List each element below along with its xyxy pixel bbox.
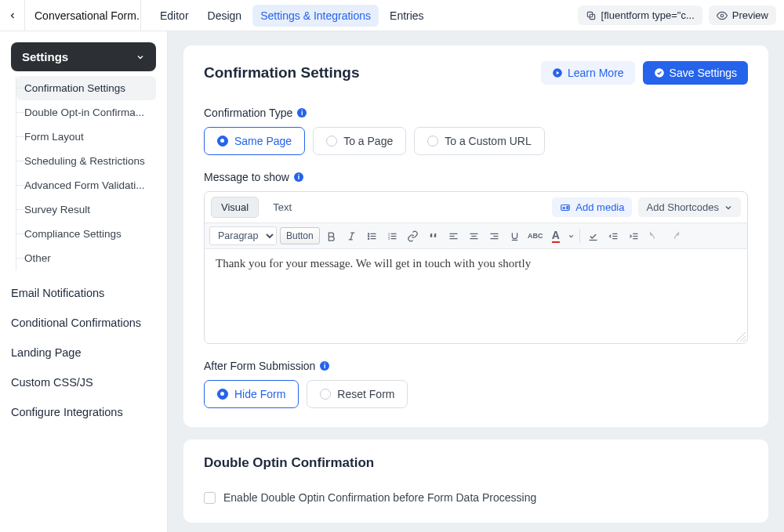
message-to-show-label: Message to show i (204, 171, 748, 183)
undo-icon[interactable] (646, 227, 663, 244)
text-color-icon[interactable]: A (547, 227, 564, 244)
nav-conditional-confirmations[interactable]: Conditional Confirmations (11, 308, 156, 338)
card-confirmation-settings: Confirmation Settings Learn More Save Se… (183, 45, 768, 427)
sidebar-item-scheduling[interactable]: Scheduling & Restrictions (16, 149, 156, 173)
link-icon[interactable] (405, 227, 422, 244)
after-submission-options: Hide Form Reset Form (204, 380, 748, 408)
strikethrough-icon[interactable]: ABC (527, 227, 544, 244)
play-circle-icon (552, 67, 563, 78)
italic-icon[interactable] (343, 227, 361, 244)
option-same-page[interactable]: Same Page (204, 127, 305, 155)
sidebar-item-confirmation-settings[interactable]: Confirmation Settings (16, 76, 156, 100)
form-name[interactable]: Conversational Form... (25, 0, 141, 31)
radio-icon (217, 136, 228, 147)
quote-icon[interactable] (425, 227, 442, 244)
save-settings-label: Save Settings (670, 67, 737, 79)
nav-custom-css-js[interactable]: Custom CSS/JS (11, 367, 156, 397)
top-bar: Conversational Form... Editor Design Set… (0, 0, 784, 31)
main-tabs: Editor Design Settings & Integrations En… (152, 5, 432, 27)
sidebar-item-form-layout[interactable]: Form Layout (16, 125, 156, 149)
rich-text-editor: Visual Text Add media Add Shortcodes (204, 191, 748, 344)
shortcode-text: [fluentform type="c... (601, 9, 695, 21)
sidebar-item-survey-result[interactable]: Survey Result (16, 197, 156, 222)
toolbar-divider (579, 229, 580, 243)
editor-content[interactable]: Thank you for your message. We will get … (205, 249, 747, 343)
copy-icon (586, 10, 597, 21)
radio-icon (427, 136, 438, 147)
outdent-icon[interactable] (605, 227, 622, 244)
page-title: Confirmation Settings (204, 64, 359, 81)
add-shortcodes-label: Add Shortcodes (646, 201, 719, 213)
redo-icon[interactable] (666, 227, 684, 244)
align-left-icon[interactable] (445, 227, 463, 244)
info-icon[interactable]: i (297, 108, 307, 118)
back-button[interactable] (0, 0, 25, 31)
clear-formatting-icon[interactable] (585, 227, 602, 244)
option-reset-form[interactable]: Reset Form (307, 380, 408, 408)
numbered-list-icon[interactable]: 123 (384, 227, 401, 244)
nav-email-notifications[interactable]: Email Notifications (11, 278, 156, 308)
sidebar-item-double-optin[interactable]: Double Opt-in Confirma... (16, 100, 156, 125)
resize-handle-icon[interactable] (736, 332, 746, 342)
svg-point-2 (720, 14, 724, 17)
option-hide-form[interactable]: Hide Form (204, 380, 299, 408)
editor-text: Thank you for your message. We will get … (216, 257, 531, 270)
message-label-text: Message to show (204, 171, 289, 183)
add-shortcodes-button[interactable]: Add Shortcodes (638, 197, 741, 217)
shortcode-chip[interactable]: [fluentform type="c... (578, 5, 702, 25)
checkbox-icon (204, 492, 216, 504)
toolbar-button-insert-button[interactable]: Button (280, 227, 320, 244)
svg-point-12 (368, 235, 369, 236)
preview-button[interactable]: Preview (709, 5, 776, 25)
nav-landing-page[interactable]: Landing Page (11, 338, 156, 367)
chevron-down-icon (136, 52, 145, 62)
chevron-left-icon (8, 11, 17, 20)
indent-icon[interactable] (626, 227, 643, 244)
preview-label: Preview (732, 9, 768, 21)
main-panel: Confirmation Settings Learn More Save Se… (168, 31, 784, 532)
nav-configure-integrations[interactable]: Configure Integrations (11, 397, 156, 427)
svg-point-11 (368, 233, 369, 233)
learn-more-button[interactable]: Learn More (541, 61, 635, 85)
editor-tab-visual[interactable]: Visual (211, 197, 259, 218)
media-icon (560, 202, 571, 213)
radio-icon (326, 136, 337, 147)
chevron-down-icon[interactable] (568, 233, 575, 240)
format-select[interactable]: Paragraph (209, 226, 277, 245)
sidebar-tree: Confirmation Settings Double Opt-in Conf… (16, 76, 156, 270)
add-media-button[interactable]: Add media (552, 197, 632, 217)
tab-design[interactable]: Design (200, 5, 250, 27)
align-center-icon[interactable] (466, 227, 483, 244)
sidebar-item-compliance[interactable]: Compliance Settings (16, 222, 156, 246)
svg-text:3: 3 (388, 237, 390, 240)
checkbox-label: Enable Double Optin Confirmation before … (223, 491, 536, 504)
tab-entries[interactable]: Entries (382, 5, 432, 27)
sidebar-item-other[interactable]: Other (16, 246, 156, 270)
sidebar-item-advanced-validation[interactable]: Advanced Form Validati... (16, 173, 156, 197)
underline-icon[interactable] (506, 227, 524, 244)
option-label: Same Page (234, 135, 292, 147)
enable-double-optin-checkbox[interactable]: Enable Double Optin Confirmation before … (204, 491, 748, 504)
sidebar-group-settings[interactable]: Settings (11, 42, 156, 71)
radio-icon (217, 389, 228, 400)
option-to-a-page[interactable]: To a Page (313, 127, 406, 155)
learn-more-label: Learn More (568, 67, 624, 79)
after-submission-label: After Form Submission i (204, 360, 748, 372)
tab-settings-integrations[interactable]: Settings & Integrations (252, 5, 379, 27)
svg-line-8 (350, 233, 353, 240)
svg-point-13 (368, 238, 369, 239)
bold-icon[interactable] (323, 227, 340, 244)
bullet-list-icon[interactable] (364, 227, 381, 244)
option-label: To a Custom URL (445, 135, 531, 147)
align-right-icon[interactable] (486, 227, 503, 244)
save-settings-button[interactable]: Save Settings (643, 61, 748, 85)
add-media-label: Add media (575, 201, 624, 213)
after-label-text: After Form Submission (204, 360, 315, 372)
info-icon[interactable]: i (320, 361, 329, 371)
confirmation-type-text: Confirmation Type (204, 107, 292, 119)
tab-editor[interactable]: Editor (152, 5, 197, 27)
editor-tab-text[interactable]: Text (263, 197, 301, 217)
sidebar: Settings Confirmation Settings Double Op… (0, 31, 168, 532)
info-icon[interactable]: i (294, 172, 303, 182)
option-to-a-custom-url[interactable]: To a Custom URL (414, 127, 544, 155)
